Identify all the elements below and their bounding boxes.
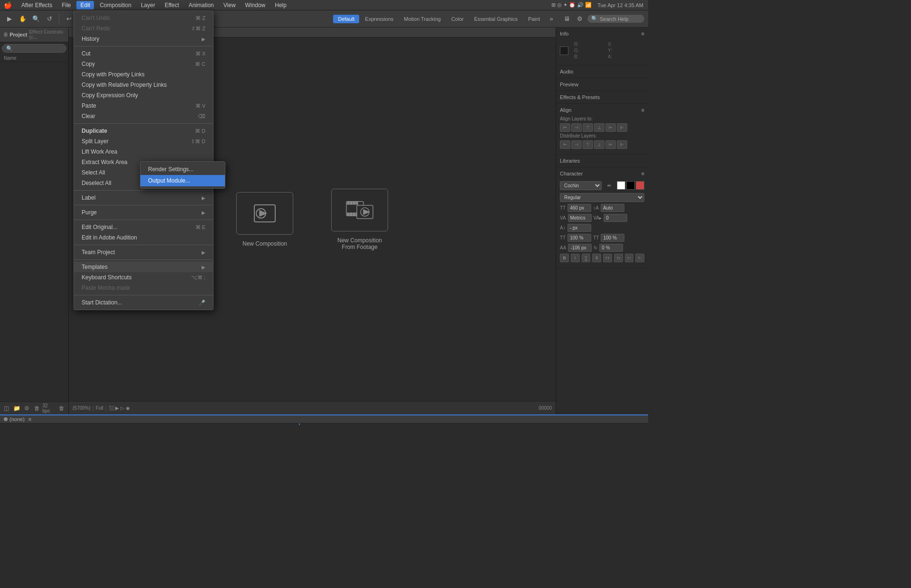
- strikethrough-btn[interactable]: T: [592, 254, 601, 262]
- accent-color-box[interactable]: [636, 181, 644, 190]
- menu-start-dictation[interactable]: Start Dictation... 🎤: [74, 297, 213, 308]
- align-header[interactable]: Align ≡: [556, 106, 648, 114]
- super-btn[interactable]: T↑: [625, 254, 634, 262]
- resolution-select[interactable]: Full: [96, 405, 103, 411]
- rotate-input[interactable]: [599, 244, 623, 252]
- dist-bottom-btn[interactable]: ⊩: [617, 140, 627, 149]
- small-caps-btn[interactable]: Tt: [614, 254, 623, 262]
- character-header[interactable]: Character ≡: [556, 169, 648, 178]
- hscale-input[interactable]: [567, 234, 591, 242]
- libraries-header[interactable]: Libraries: [556, 156, 648, 165]
- bold-btn[interactable]: B: [560, 254, 569, 262]
- menu-team-project[interactable]: Team Project ▶: [74, 247, 213, 257]
- dist-center-h-btn[interactable]: ⊣: [571, 140, 582, 149]
- hand-tool-btn[interactable]: ✋: [17, 13, 28, 25]
- dist-right-btn[interactable]: ⊤: [583, 140, 593, 149]
- menu-edit[interactable]: Edit: [76, 1, 94, 9]
- menu-purge[interactable]: Purge ▶: [74, 207, 213, 218]
- info-section-header[interactable]: Info ≡: [556, 29, 648, 38]
- menu-copy[interactable]: Copy ⌘ C: [74, 59, 213, 69]
- project-folder-btn[interactable]: 📁: [12, 404, 21, 413]
- info-menu-icon[interactable]: ≡: [641, 31, 644, 37]
- vscale-input[interactable]: [601, 234, 624, 242]
- font-size-input[interactable]: [567, 204, 591, 212]
- menu-clear[interactable]: Clear ⌫: [74, 111, 213, 121]
- menu-templates[interactable]: Templates ▶: [74, 262, 213, 272]
- character-menu-icon[interactable]: ≡: [641, 171, 644, 176]
- effects-presets-header[interactable]: Effects & Presets: [556, 93, 648, 101]
- menu-paste[interactable]: Paste ⌘ V: [74, 101, 213, 111]
- menu-duplicate[interactable]: Duplicate ⌘ D: [74, 126, 213, 136]
- kerning-input[interactable]: [568, 214, 592, 222]
- align-center-h-btn[interactable]: ⊣: [571, 123, 582, 132]
- new-comp-from-footage-card[interactable]: New CompositionFrom Footage: [331, 189, 388, 250]
- stroke-color-box[interactable]: [617, 181, 625, 190]
- preview-header[interactable]: Preview: [556, 80, 648, 89]
- italic-btn[interactable]: I: [571, 254, 580, 262]
- style-select[interactable]: Regular: [560, 193, 644, 202]
- underline-btn[interactable]: T: [582, 254, 591, 262]
- pencil-icon[interactable]: ✏: [604, 180, 615, 191]
- menu-cut[interactable]: Cut ⌘ X: [74, 48, 213, 59]
- timeline-close-btn[interactable]: [4, 417, 8, 421]
- align-top-btn[interactable]: ⊥: [594, 123, 604, 132]
- color-swatch[interactable]: [560, 46, 568, 55]
- rotate-tool-btn[interactable]: ↺: [44, 13, 55, 25]
- baseline-input[interactable]: [567, 224, 591, 232]
- menu-lift-work-area[interactable]: Lift Work Area: [74, 147, 213, 157]
- fill-color-box[interactable]: [626, 181, 635, 190]
- project-delete-btn[interactable]: 🗑: [32, 404, 41, 413]
- workspace-color[interactable]: Color: [446, 15, 468, 23]
- menu-layer[interactable]: Layer: [137, 1, 159, 9]
- menu-edit-audition[interactable]: Edit in Adobe Audition: [74, 232, 213, 243]
- new-composition-card[interactable]: New Composition: [236, 192, 293, 247]
- project-settings-btn[interactable]: ⚙: [22, 404, 31, 413]
- align-right-btn[interactable]: ⊤: [583, 123, 593, 132]
- sub-btn[interactable]: T↓: [635, 254, 644, 262]
- font-select[interactable]: Cochin: [560, 181, 602, 190]
- zoom-tool-btn[interactable]: 🔍: [30, 13, 42, 25]
- monitor-icon[interactable]: 🖥: [561, 13, 572, 25]
- settings-icon[interactable]: ⚙: [574, 13, 586, 25]
- dist-center-v-btn[interactable]: ⊨: [605, 140, 616, 149]
- panel-close-btn[interactable]: [4, 32, 8, 37]
- menu-view[interactable]: View: [220, 1, 240, 9]
- menu-copy-property-links[interactable]: Copy with Property Links: [74, 69, 213, 80]
- timeline-playhead[interactable]: [299, 423, 300, 425]
- align-menu-icon[interactable]: ≡: [641, 107, 644, 113]
- leading-input[interactable]: [601, 204, 624, 212]
- menu-file[interactable]: File: [58, 1, 74, 9]
- tracking-input[interactable]: [604, 214, 627, 222]
- audio-header[interactable]: Audio: [556, 67, 648, 76]
- menu-after-effects[interactable]: After Effects: [18, 1, 56, 9]
- align-bottom-btn[interactable]: ⊩: [617, 123, 627, 132]
- caps-btn[interactable]: TT: [603, 254, 612, 262]
- workspace-expressions[interactable]: Expressions: [360, 15, 398, 23]
- menu-label[interactable]: Label ▶: [74, 193, 213, 203]
- offset-input[interactable]: [568, 244, 592, 252]
- menu-copy-expression-only[interactable]: Copy Expression Only: [74, 90, 213, 101]
- workspace-essential-graphics[interactable]: Essential Graphics: [469, 15, 522, 23]
- output-module-item[interactable]: Output Module...: [140, 175, 225, 186]
- workspace-motion-tracking[interactable]: Motion Tracking: [399, 15, 446, 23]
- menu-window[interactable]: Window: [242, 1, 270, 9]
- dist-left-btn[interactable]: ⊢: [560, 140, 570, 149]
- menu-split-layer[interactable]: Split Layer ⇧⌘ D: [74, 136, 213, 147]
- zoom-level[interactable]: (5700%): [73, 405, 91, 411]
- menu-keyboard-shortcuts[interactable]: Keyboard Shortcuts ⌥⌘ ;: [74, 272, 213, 283]
- align-center-v-btn[interactable]: ⊨: [605, 123, 616, 132]
- undo-btn[interactable]: ↩: [63, 13, 74, 25]
- menu-copy-relative-property-links[interactable]: Copy with Relative Property Links: [74, 80, 213, 90]
- menu-history[interactable]: History ▶: [74, 34, 213, 44]
- workspace-default[interactable]: Default: [333, 15, 359, 23]
- align-left-btn[interactable]: ⊢: [560, 123, 570, 132]
- project-trash-btn[interactable]: 🗑: [57, 404, 66, 413]
- dist-top-btn[interactable]: ⊥: [594, 140, 604, 149]
- menu-effect[interactable]: Effect: [161, 1, 183, 9]
- effect-controls-tab[interactable]: Effect Controls (c...: [29, 29, 65, 40]
- render-settings-item[interactable]: Render Settings...: [140, 164, 225, 175]
- search-bar[interactable]: 🔍 Search Help: [587, 15, 644, 23]
- project-interpret-btn[interactable]: ◫: [2, 404, 11, 413]
- menu-help[interactable]: Help: [271, 1, 290, 9]
- workspace-paint[interactable]: Paint: [523, 15, 545, 23]
